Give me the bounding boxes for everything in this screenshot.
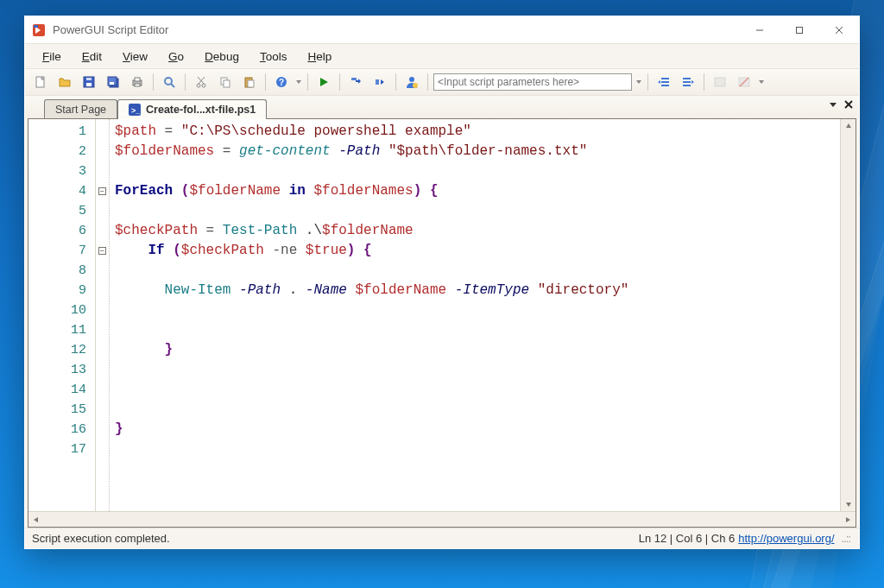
step-into-button[interactable]	[345, 72, 366, 92]
menu-tools[interactable]: Tools	[251, 47, 296, 66]
svg-rect-37	[715, 78, 725, 86]
copy-button[interactable]	[215, 72, 236, 92]
outdent-button[interactable]	[654, 72, 674, 92]
uncomment-button[interactable]	[734, 72, 755, 92]
app-icon	[32, 23, 46, 37]
menu-edit[interactable]: Edit	[73, 47, 110, 66]
toolbar-overflow-3[interactable]	[758, 72, 765, 92]
menu-debug[interactable]: Debug	[196, 47, 248, 66]
toolbar: ?	[25, 68, 859, 96]
titlebar: PowerGUI Script Editor	[25, 16, 859, 44]
menubar: File Edit View Go Debug Tools Help	[25, 44, 859, 68]
svg-rect-8	[86, 83, 92, 86]
step-over-button[interactable]	[369, 72, 390, 92]
code-area[interactable]: $path = "C:\PS\schedule powershell examp…	[110, 119, 856, 511]
statusbar: Script execution completed. Ln 12 | Col …	[25, 528, 859, 548]
svg-rect-1	[34, 25, 38, 28]
svg-line-20	[199, 77, 205, 84]
fold-gutter: − −	[96, 119, 110, 511]
resize-grip[interactable]: ..::	[842, 532, 850, 545]
tab-label: Start Page	[55, 104, 106, 116]
svg-rect-12	[110, 82, 114, 85]
close-button[interactable]	[819, 17, 859, 43]
menu-file[interactable]: File	[34, 47, 70, 66]
svg-point-29	[409, 77, 414, 82]
menu-view[interactable]: View	[114, 47, 156, 66]
scroll-right-button[interactable]	[840, 512, 856, 528]
tab-close-button[interactable]	[843, 99, 854, 112]
fold-toggle[interactable]: −	[98, 187, 106, 195]
comment-button[interactable]	[710, 72, 730, 92]
user-icon-button[interactable]	[401, 72, 422, 92]
help-button[interactable]: ?	[271, 72, 292, 92]
svg-rect-15	[135, 84, 140, 86]
status-message: Script execution completed.	[32, 532, 170, 545]
toolbar-overflow-2[interactable]	[635, 72, 642, 92]
save-button[interactable]	[79, 72, 99, 92]
tab-label: Create-fol...xt-file.ps1	[146, 104, 256, 116]
scroll-left-button[interactable]	[28, 512, 44, 528]
cursor-position: Ln 12 | Col 6 | Ch 6	[639, 532, 736, 545]
svg-point-19	[202, 84, 205, 87]
svg-point-16	[165, 78, 172, 85]
svg-rect-28	[376, 79, 379, 85]
svg-text:>_: >_	[131, 106, 141, 115]
app-window: PowerGUI Script Editor File Edit View Go…	[24, 16, 860, 549]
script-parameters-input[interactable]	[433, 73, 632, 91]
fold-toggle[interactable]: −	[98, 247, 106, 255]
svg-line-21	[198, 77, 204, 84]
powergui-link[interactable]: http://powergui.org/	[738, 532, 834, 545]
vertical-scrollbar[interactable]	[840, 119, 856, 511]
new-file-button[interactable]	[30, 72, 51, 92]
find-button[interactable]	[159, 72, 180, 92]
svg-text:?: ?	[279, 78, 284, 87]
tab-menu-dropdown[interactable]	[828, 99, 838, 112]
tabstrip: Start Page >_ Create-fol...xt-file.ps1	[25, 96, 859, 118]
svg-rect-14	[135, 78, 140, 81]
svg-line-17	[171, 84, 174, 87]
indent-button[interactable]	[678, 72, 698, 92]
horizontal-scrollbar[interactable]	[28, 511, 856, 527]
line-number-gutter: 1234 5678 9101112 13141516 17	[28, 119, 96, 511]
paste-button[interactable]	[239, 72, 260, 92]
svg-point-30	[413, 83, 418, 88]
editor: 1234 5678 9101112 13141516 17 − − $path …	[28, 118, 856, 528]
open-file-button[interactable]	[54, 72, 75, 92]
svg-rect-9	[86, 78, 92, 80]
tab-active-file[interactable]: >_ Create-fol...xt-file.ps1	[117, 99, 267, 119]
svg-rect-3	[797, 27, 803, 33]
print-button[interactable]	[127, 72, 148, 92]
save-all-button[interactable]	[103, 72, 123, 92]
run-button[interactable]	[313, 72, 334, 92]
svg-rect-25	[248, 80, 254, 87]
cut-button[interactable]	[191, 72, 212, 92]
menu-go[interactable]: Go	[160, 47, 193, 66]
tab-start-page[interactable]: Start Page	[44, 99, 117, 119]
svg-point-18	[197, 84, 200, 87]
window-title: PowerGUI Script Editor	[53, 23, 168, 36]
svg-rect-23	[224, 80, 230, 87]
minimize-button[interactable]	[740, 17, 780, 43]
menu-help[interactable]: Help	[299, 47, 340, 66]
maximize-button[interactable]	[780, 17, 819, 43]
powershell-file-icon: >_	[129, 104, 141, 116]
toolbar-overflow-1[interactable]	[295, 72, 302, 92]
